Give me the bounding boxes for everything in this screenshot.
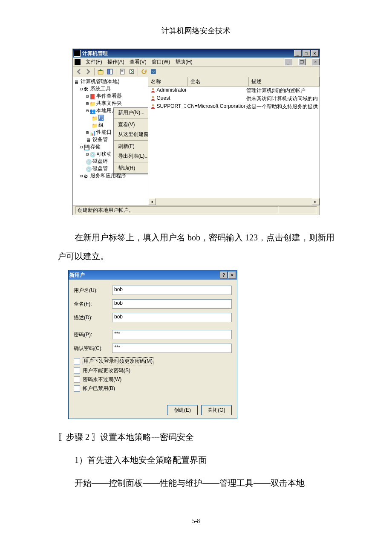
chk-neverexpire[interactable]: 密码永不过期(W) xyxy=(74,376,232,383)
folder-icon: 📁 xyxy=(92,116,98,121)
help-button[interactable]: ? xyxy=(220,272,228,278)
menu-view[interactable]: 查看(V) xyxy=(130,58,147,66)
export-button[interactable] xyxy=(127,67,136,76)
user-icon xyxy=(150,87,156,92)
ctx-help[interactable]: 帮助(H) xyxy=(114,163,148,173)
maximize-button[interactable]: □ xyxy=(303,50,310,57)
mmc-titlebar[interactable]: 计算机管理 _ □ × xyxy=(73,49,320,58)
ctx-newwin[interactable]: 从这里创建窗口(W) xyxy=(114,130,148,139)
scroll-left-button[interactable]: ◂ xyxy=(148,198,156,205)
checkbox-icon xyxy=(74,385,80,392)
storage-icon: 💾 xyxy=(84,145,89,150)
create-button[interactable]: 创建(E) xyxy=(167,405,198,415)
ctx-refresh[interactable]: 刷新(F) xyxy=(114,142,148,151)
svg-text:?: ? xyxy=(152,70,154,74)
tree-shared[interactable]: ⊞📁共享文件夹 xyxy=(74,100,147,107)
close-button[interactable]: 关闭(O) xyxy=(201,405,232,415)
svg-rect-1 xyxy=(107,69,110,74)
scroll-right-button[interactable]: ▸ xyxy=(312,198,320,205)
help-button[interactable]: ? xyxy=(149,67,158,76)
user-icon xyxy=(150,95,156,101)
lbl-pwd: 密码(P): xyxy=(74,331,112,338)
users-icon: 👥 xyxy=(89,108,95,113)
status-text: 创建新的本地用户帐户。 xyxy=(75,206,279,214)
input-fullname[interactable]: bob xyxy=(112,299,232,309)
show-hide-tree-button[interactable] xyxy=(106,67,114,76)
col-name[interactable]: 名称 xyxy=(148,77,188,86)
svg-rect-2 xyxy=(110,69,112,74)
col-full[interactable]: 全名 xyxy=(188,77,249,86)
mmc-toolbar: ? xyxy=(73,66,320,77)
lbl-fullname: 全名(F): xyxy=(74,301,112,308)
tree-eventviewer[interactable]: ⊞📕事件查看器 xyxy=(74,92,147,100)
user-list: 名称 全名 描述 Administrator 管理计算机(域)的内置帐户 Gue… xyxy=(148,77,320,205)
lbl-username: 用户名(U): xyxy=(74,287,112,294)
up-button[interactable] xyxy=(96,67,105,76)
checkbox-icon xyxy=(74,367,80,374)
list-header: 名称 全名 描述 xyxy=(148,77,320,87)
tools-icon: 🛠 xyxy=(84,87,89,92)
mmc-tree[interactable]: 🖥计算机管理(本地) ⊟🛠系统工具 ⊞📕事件查看器 ⊞📁共享文件夹 ⊟👥本地用户… xyxy=(73,77,148,205)
chk-cannotchange[interactable]: 用户不能更改密码(S) xyxy=(74,367,232,374)
list-row[interactable]: SUPPORT_38... CN=Microsoft Corporation..… xyxy=(148,103,320,111)
minimize-button[interactable]: _ xyxy=(294,50,302,57)
close-button[interactable]: × xyxy=(228,272,236,278)
newuser-dialog: 新用户 ? × 用户名(U): bob 全名(F): bob 描述(D): bo… xyxy=(68,270,237,419)
svg-rect-0 xyxy=(98,71,103,74)
gear-icon: ⚙ xyxy=(84,173,89,179)
refresh-button[interactable] xyxy=(140,67,148,76)
svg-point-10 xyxy=(152,96,154,98)
input-desc[interactable]: bob xyxy=(112,313,232,322)
computer-icon: 🖥 xyxy=(74,79,80,84)
paragraph: 1）首先进入本地安全策略配置界面 xyxy=(58,451,334,469)
svg-point-11 xyxy=(152,104,154,107)
row-username: 用户名(U): bob xyxy=(74,286,232,295)
close-button[interactable]: × xyxy=(311,50,319,57)
col-desc[interactable]: 描述 xyxy=(249,77,320,86)
mmc-menubar: 文件(F) 操作(A) 查看(V) 窗口(W) 帮助(H) _ ❐ × xyxy=(73,58,320,66)
dlg-titlebar[interactable]: 新用户 ? × xyxy=(69,270,237,280)
user-icon xyxy=(150,104,156,109)
mdi-minimize-button[interactable]: _ xyxy=(285,58,292,65)
tree-systools[interactable]: ⊟🛠系统工具 xyxy=(74,85,147,92)
chart-icon: 📊 xyxy=(89,130,95,135)
row-fullname: 全名(F): bob xyxy=(74,299,232,309)
menu-help[interactable]: 帮助(H) xyxy=(175,58,193,66)
list-row[interactable]: Administrator 管理计算机(域)的内置帐户 xyxy=(148,87,320,95)
row-pwd: 密码(P): *** xyxy=(74,330,232,339)
device-icon: 🖥 xyxy=(86,137,92,142)
menu-action[interactable]: 操作(A) xyxy=(107,58,124,66)
page-number: 5-8 xyxy=(0,518,392,525)
status-empty xyxy=(279,206,317,214)
input-cpwd[interactable]: *** xyxy=(112,344,232,353)
menu-window[interactable]: 窗口(W) xyxy=(152,58,170,66)
paragraph: 开始——控制面板——性能与维护——管理工具——双击本地 xyxy=(58,474,334,492)
input-pwd[interactable]: *** xyxy=(112,330,232,339)
disk-icon: 💿 xyxy=(89,152,95,157)
input-username[interactable]: bob xyxy=(112,286,232,295)
menu-file[interactable]: 文件(F) xyxy=(86,58,102,66)
folder-icon: 📁 xyxy=(89,101,95,106)
mdi-restore-button[interactable]: ❐ xyxy=(298,58,306,65)
forward-button[interactable] xyxy=(84,67,92,76)
tree-root[interactable]: 🖥计算机管理(本地) xyxy=(74,78,147,85)
hscrollbar[interactable]: ◂ ▸ xyxy=(148,198,320,205)
list-row[interactable]: Guest 供来宾访问计算机或访问域的内 xyxy=(148,95,320,103)
ctx-export[interactable]: 导出列表(L)... xyxy=(114,151,148,161)
folder-icon: 📁 xyxy=(92,123,98,128)
lbl-desc: 描述(D): xyxy=(74,314,112,321)
row-desc: 描述(D): bob xyxy=(74,313,232,322)
svg-point-9 xyxy=(152,88,154,90)
mmc-window: 计算机管理 _ □ × 文件(F) 操作(A) 查看(V) 窗口(W) 帮助(H… xyxy=(72,49,320,215)
disk-icon: 💿 xyxy=(86,159,92,164)
computer-icon xyxy=(74,50,81,57)
statusbar: 创建新的本地用户帐户。 xyxy=(73,205,320,215)
chk-disabled[interactable]: 帐户已禁用(B) xyxy=(74,385,232,392)
chk-mustchange[interactable]: 用户下次登录时须更改密码(M) xyxy=(74,357,232,365)
properties-button[interactable] xyxy=(118,67,127,76)
context-menu: 新用户(N)... 查看(V)▸ 从这里创建窗口(W) 刷新(F) 导出列表(L… xyxy=(113,107,148,173)
ctx-view[interactable]: 查看(V)▸ xyxy=(114,120,148,130)
ctx-newuser[interactable]: 新用户(N)... xyxy=(114,108,148,118)
back-button[interactable] xyxy=(75,67,83,76)
mdi-close-button[interactable]: × xyxy=(312,58,320,65)
